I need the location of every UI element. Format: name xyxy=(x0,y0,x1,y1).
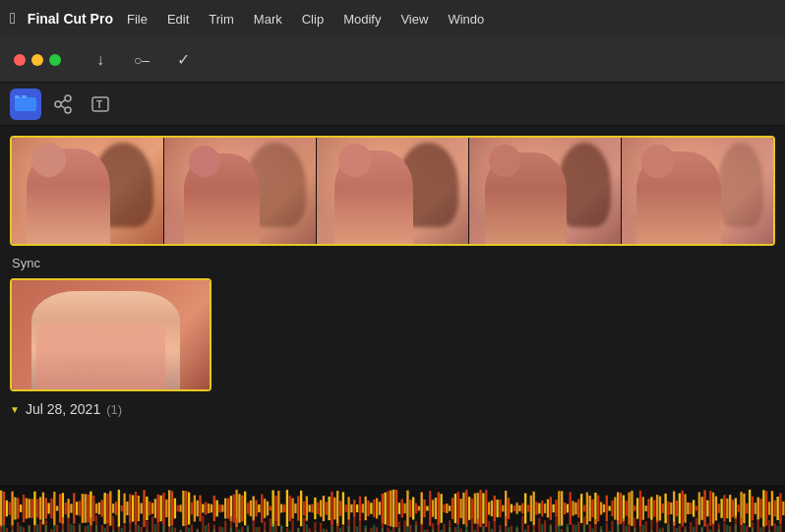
video-frame-4 xyxy=(469,138,622,244)
expand-triangle-icon[interactable]: ▼ xyxy=(10,404,20,415)
menu-mark[interactable]: Mark xyxy=(244,8,292,30)
menu-trim[interactable]: Trim xyxy=(199,8,244,30)
close-button[interactable] xyxy=(14,54,26,66)
item-count: (1) xyxy=(106,402,122,417)
date-label: Jul 28, 2021 xyxy=(26,401,100,417)
svg-point-3 xyxy=(55,101,61,107)
video-frame-1: ☞ xyxy=(12,138,164,244)
menu-view[interactable]: View xyxy=(391,8,438,30)
checkmark-button[interactable]: ✓ xyxy=(169,46,197,74)
menu-edit[interactable]: Edit xyxy=(157,8,199,30)
date-group[interactable]: ▼ Jul 28, 2021 (1) xyxy=(10,401,775,417)
menubar:  Final Cut Pro File Edit Trim Mark Clip… xyxy=(0,0,785,37)
svg-point-5 xyxy=(65,107,71,113)
apple-logo-icon:  xyxy=(10,10,16,28)
waveform-canvas xyxy=(0,485,785,532)
svg-text:T: T xyxy=(96,99,102,110)
download-button[interactable]: ↓ xyxy=(87,46,114,74)
video-strip[interactable]: ■■ ☞ xyxy=(10,136,775,246)
menu-window[interactable]: Windo xyxy=(438,8,494,30)
menu-clip[interactable]: Clip xyxy=(292,8,333,30)
svg-rect-0 xyxy=(15,97,36,111)
toolbar: ↓ ○– ✓ xyxy=(0,37,785,83)
traffic-lights xyxy=(14,54,61,66)
app-name: Final Cut Pro xyxy=(28,11,113,27)
media-tab[interactable] xyxy=(10,89,41,120)
svg-point-4 xyxy=(65,95,71,101)
menu-modify[interactable]: Modify xyxy=(333,8,391,30)
icon-tabs-bar: T xyxy=(0,83,785,126)
fullscreen-button[interactable] xyxy=(49,54,61,66)
menu-file[interactable]: File xyxy=(117,8,157,30)
title-tab[interactable]: T xyxy=(85,89,116,120)
svg-line-7 xyxy=(61,105,65,109)
video-frame-2 xyxy=(164,138,317,244)
key-button[interactable]: ○– xyxy=(128,46,155,74)
video-frame-3 xyxy=(317,138,469,244)
content-area: ■■ ☞ xyxy=(0,126,785,480)
share-tab[interactable] xyxy=(47,89,79,120)
svg-rect-2 xyxy=(22,95,27,98)
minimize-button[interactable] xyxy=(31,54,43,66)
sync-label: Sync xyxy=(10,256,775,270)
waveform-display xyxy=(0,485,785,532)
menu-bar-items: File Edit Trim Mark Clip Modify View Win… xyxy=(117,8,494,30)
svg-rect-1 xyxy=(15,95,20,98)
video-frame-5 xyxy=(622,138,773,244)
svg-line-6 xyxy=(61,99,65,103)
single-thumbnail[interactable] xyxy=(10,278,211,391)
